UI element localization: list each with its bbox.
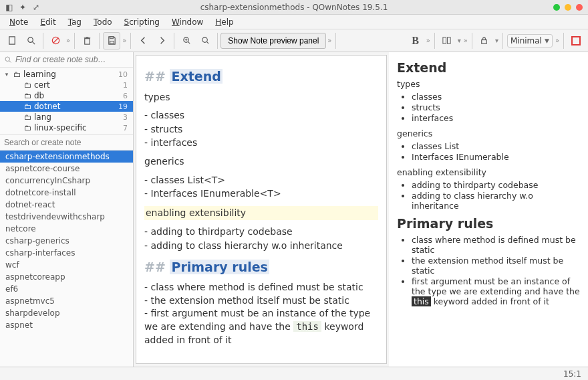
show-preview-button[interactable]: Show Note preview panel: [220, 33, 326, 49]
svg-rect-9: [110, 37, 113, 39]
note-item[interactable]: dotnet-react: [0, 199, 133, 211]
menu-help[interactable]: Help: [210, 16, 239, 28]
main-area: ▾🗀learning10🗀cert1🗀db6🗀dotnet19🗀lang3🗀li…: [0, 52, 588, 367]
svg-rect-17: [448, 37, 451, 43]
section-label: types: [144, 91, 378, 104]
preview-heading-2: Primary rules: [397, 216, 580, 231]
preview-section: enabling extensibility: [397, 167, 580, 177]
note-item[interactable]: sharpdevelop: [0, 307, 133, 319]
preview-section: types: [397, 79, 580, 89]
sidebar: ▾🗀learning10🗀cert1🗀db6🗀dotnet19🗀lang3🗀li…: [0, 52, 134, 367]
preview-heading-1: Extend: [397, 60, 580, 75]
section-label: generics: [144, 155, 378, 169]
window-controls: [553, 4, 583, 11]
bold-button[interactable]: B: [407, 32, 424, 50]
menu-window[interactable]: Window: [166, 16, 208, 28]
distraction-free-button[interactable]: [567, 32, 585, 50]
fullscreen-icon[interactable]: ⤢: [32, 3, 40, 11]
status-bar: 15:1: [0, 367, 588, 380]
folder-learning[interactable]: ▾🗀learning10: [0, 69, 133, 80]
note-item[interactable]: concurrencyInCsharp: [0, 175, 133, 187]
svg-rect-16: [443, 37, 446, 43]
svg-point-1: [27, 37, 33, 43]
search-button[interactable]: [22, 32, 39, 50]
window-title: csharp-extensionmethods - QOwnNotes 19.5…: [0, 3, 588, 12]
svg-rect-8: [110, 41, 114, 43]
close-button[interactable]: [576, 4, 583, 11]
svg-point-14: [202, 37, 208, 43]
svg-line-2: [32, 41, 35, 44]
lock-button[interactable]: [476, 32, 493, 50]
app-menu-icon[interactable]: ◧: [5, 3, 13, 11]
cursor-position: 15:1: [563, 369, 581, 379]
note-search-input[interactable]: [4, 138, 129, 147]
back-button[interactable]: [134, 32, 152, 50]
menu-note[interactable]: Note: [4, 16, 33, 28]
forbid-button[interactable]: [47, 32, 64, 50]
preview-section: generics: [397, 128, 580, 138]
svg-rect-18: [482, 40, 487, 44]
pin-icon[interactable]: ✦: [19, 3, 27, 11]
note-item[interactable]: aspnetmvc5: [0, 295, 133, 307]
folder-dotnet[interactable]: 🗀dotnet19: [0, 101, 133, 112]
dropdown-icon[interactable]: ▾: [458, 37, 461, 44]
zoom-reset-button[interactable]: [196, 32, 214, 50]
svg-point-19: [5, 57, 10, 62]
note-item[interactable]: csharp-generics: [0, 235, 133, 247]
overflow-icon[interactable]: »: [555, 37, 559, 44]
note-item[interactable]: aspnetcore-course: [0, 163, 133, 175]
editor-pane[interactable]: ## Extend types - classes- structs- inte…: [136, 55, 387, 364]
minimize-button[interactable]: [553, 4, 560, 11]
overflow-icon[interactable]: »: [66, 37, 70, 44]
section-label: enabling extensibility: [144, 206, 378, 221]
note-item[interactable]: ef6: [0, 283, 133, 295]
maximize-button[interactable]: [565, 4, 571, 11]
folder-lang[interactable]: 🗀lang3: [0, 112, 133, 122]
zoom-in-button[interactable]: [178, 32, 195, 50]
layout-button[interactable]: [438, 32, 456, 50]
style-combo[interactable]: Minimal▼: [507, 34, 553, 48]
overflow-icon[interactable]: »: [426, 37, 430, 44]
menu-edit[interactable]: Edit: [35, 16, 61, 28]
note-item[interactable]: testdrivendevwithcsharp: [0, 211, 133, 223]
forward-button[interactable]: [153, 32, 170, 50]
svg-line-4: [53, 38, 58, 43]
folder-linux-specific[interactable]: 🗀linux-specific7: [0, 122, 133, 133]
menu-todo[interactable]: Todo: [88, 16, 118, 28]
folder-search-input[interactable]: [15, 55, 129, 64]
svg-rect-0: [9, 37, 14, 44]
note-item[interactable]: netcore: [0, 223, 133, 235]
note-item[interactable]: csharp-interfaces: [0, 247, 133, 259]
heading-1: ## Extend: [144, 68, 378, 86]
search-icon: [4, 56, 13, 64]
toolbar: » » Show Note preview panel » B » ▾ » ▾ …: [0, 29, 588, 52]
overflow-icon[interactable]: »: [464, 37, 468, 44]
heading-2: ## Primary rules: [144, 258, 378, 276]
save-button[interactable]: [103, 32, 120, 50]
editor-paragraph: - class where method is defined must be …: [144, 281, 378, 347]
note-item[interactable]: wcf: [0, 259, 133, 271]
title-bar: ◧ ✦ ⤢ csharp-extensionmethods - QOwnNote…: [0, 0, 588, 15]
note-item[interactable]: aspnet: [0, 319, 133, 331]
note-search: [0, 135, 133, 151]
menu-bar: NoteEditTagTodoScriptingWindowHelp: [0, 15, 588, 29]
delete-button[interactable]: [78, 32, 96, 50]
new-note-button[interactable]: [3, 32, 21, 50]
menu-scripting[interactable]: Scripting: [119, 16, 165, 28]
overflow-icon[interactable]: »: [327, 37, 331, 44]
folder-cert[interactable]: 🗀cert1: [0, 80, 133, 90]
overflow-icon[interactable]: »: [122, 37, 126, 44]
svg-line-15: [206, 41, 208, 43]
folder-db[interactable]: 🗀db6: [0, 90, 133, 101]
svg-line-11: [188, 41, 190, 43]
note-item[interactable]: dotnetcore-install: [0, 187, 133, 199]
folder-tree: ▾🗀learning10🗀cert1🗀db6🗀dotnet19🗀lang3🗀li…: [0, 68, 133, 135]
note-item[interactable]: aspnetcoreapp: [0, 271, 133, 283]
svg-line-20: [9, 60, 11, 62]
menu-tag[interactable]: Tag: [63, 16, 87, 28]
svg-rect-5: [84, 39, 90, 44]
folder-search: [0, 52, 133, 68]
note-item[interactable]: csharp-extensionmethods: [0, 151, 133, 163]
note-list: csharp-extensionmethodsaspnetcore-course…: [0, 151, 133, 367]
dropdown-icon[interactable]: ▾: [495, 37, 498, 44]
